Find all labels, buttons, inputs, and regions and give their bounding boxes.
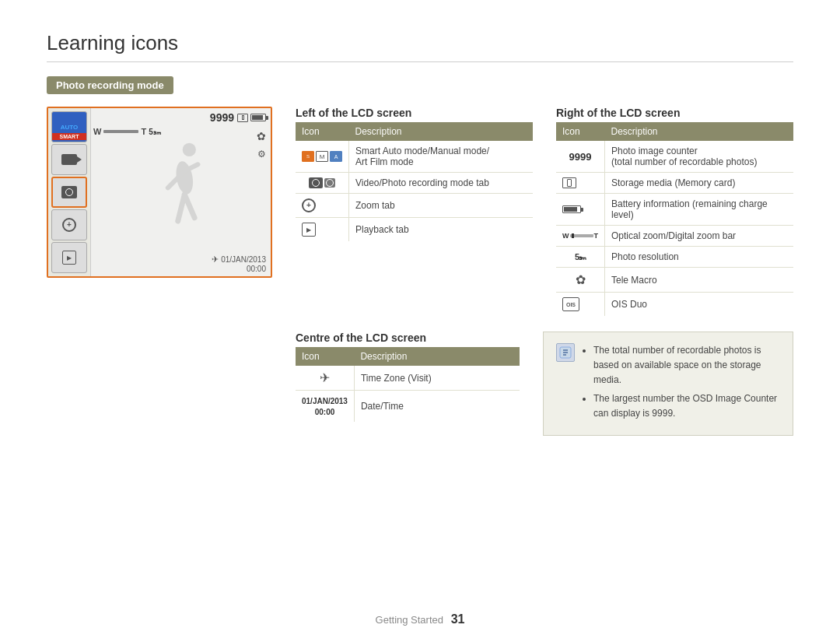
centre-icon-header: Icon (296, 347, 354, 366)
playback-button[interactable] (51, 242, 87, 273)
icon-cell: OIS (556, 293, 605, 317)
icon-cell (296, 194, 349, 218)
table-row: S M A Smart Auto mode/Manual mode/Art Fi… (296, 141, 533, 173)
icon-cell: ✈ (296, 366, 354, 391)
left-icon-header: Icon (296, 122, 349, 141)
zoom-tab-icon (302, 198, 316, 212)
page-number: 31 (451, 612, 465, 626)
bottom-section: Centre of the LCD screen Icon Descriptio… (296, 332, 793, 436)
left-desc-header: Description (349, 122, 534, 141)
modes-icon: S M A (302, 151, 342, 162)
icon-cell: 5₃ₘ (556, 247, 605, 268)
video-button[interactable] (51, 144, 87, 175)
info-icon (556, 343, 575, 362)
camera-screen: AUTO SMART (47, 107, 272, 278)
desc-cell: Time Zone (Visit) (354, 366, 520, 391)
icon-cell: ✿ (556, 268, 605, 293)
video-mode-icon (324, 178, 335, 188)
page-footer: Getting Started 31 (0, 612, 840, 626)
settings-icon: ⚙ (257, 149, 266, 160)
svg-point-0 (182, 143, 195, 156)
right-desc-header: Description (605, 122, 794, 141)
camera-preview: AUTO SMART (47, 107, 272, 436)
table-row: Playback tab (296, 218, 533, 242)
page-title: Learning icons (47, 31, 793, 55)
table-row: OIS OIS Duo (556, 293, 793, 317)
table-row: 9999 Photo image counter(total number of… (556, 141, 793, 173)
tele-macro-icon: ✿ (576, 273, 586, 286)
section-badge: Photo recording mode (47, 76, 173, 94)
timezone-icon: ✈ (320, 371, 330, 384)
desc-cell: Photo resolution (605, 247, 794, 268)
desc-cell: Battery information (remaining charge le… (605, 194, 794, 226)
camera-side-icons: ✿ ⚙ (257, 130, 266, 160)
camera-bottom: ✈ 01/JAN/201300:00 (93, 254, 271, 273)
zoom-icon (62, 218, 76, 232)
svg-line-5 (184, 195, 194, 218)
left-lcd-block: Left of the LCD screen Icon Description (296, 107, 533, 316)
table-row: ✈ Time Zone (Visit) (296, 366, 520, 391)
battery-level-fill (564, 207, 577, 212)
camera-silhouette (91, 124, 271, 245)
desc-cell: Optical zoom/Digital zoom bar (605, 226, 794, 247)
storage-media-icon (562, 177, 576, 188)
right-lcd-block: Right of the LCD screen Icon Description… (556, 107, 793, 316)
table-row: 01/JAN/201300:00 Date/Time (296, 391, 520, 423)
icon-cell: S M A (296, 141, 349, 173)
playback-tab-icon (302, 223, 316, 237)
mode-art: A (330, 151, 342, 162)
desc-cell: OIS Duo (605, 293, 794, 317)
icon-cell (296, 173, 349, 194)
smart-button[interactable]: AUTO SMART (51, 111, 87, 142)
icon-cell (556, 173, 605, 194)
battery-status-icon (250, 114, 266, 121)
info-bullet-1: The total number of recordable photos is… (593, 343, 780, 388)
info-text: The total number of recordable photos is… (583, 343, 780, 424)
person-silhouette (150, 138, 212, 231)
left-lcd-title: Left of the LCD screen (296, 107, 533, 119)
info-svg (559, 346, 572, 359)
right-lcd-table: Icon Description 9999 Photo image counte… (556, 122, 793, 316)
camera-sidebar: AUTO SMART (48, 108, 91, 276)
top-tables-row: Left of the LCD screen Icon Description (296, 107, 793, 316)
icon-cell: 01/JAN/201300:00 (296, 391, 354, 423)
desc-cell: Video/Photo recording mode tab (349, 173, 534, 194)
footer-text: Getting Started (376, 614, 443, 626)
page-container: Learning icons Photo recording mode AUTO… (0, 0, 840, 459)
flower-icon: ✿ (257, 130, 266, 142)
centre-lcd-block: Centre of the LCD screen Icon Descriptio… (296, 332, 520, 436)
zoom-bar-icon: W T (562, 232, 598, 240)
zoom-button[interactable] (51, 209, 87, 240)
desc-cell: Smart Auto mode/Manual mode/Art Film mod… (349, 141, 534, 173)
table-row: Zoom tab (296, 194, 533, 218)
info-bullet-2: The largest number the OSD Image Counter… (593, 391, 780, 421)
left-lcd-table: Icon Description S M A (296, 122, 533, 241)
video-photo-icon (302, 177, 342, 188)
centre-lcd-table: Icon Description ✈ Time Zone (Visit) (296, 347, 520, 422)
battery-fill (252, 115, 263, 120)
desc-cell: Tele Macro (605, 268, 794, 293)
right-icon-header: Icon (556, 122, 605, 141)
play-icon (62, 251, 76, 265)
datetime-icon: 01/JAN/201300:00 (302, 397, 348, 416)
cam-status-icons (237, 114, 266, 122)
table-row: ✿ Tele Macro (556, 268, 793, 293)
photo-button[interactable] (51, 177, 87, 208)
video-icon (61, 154, 77, 165)
mode-manual: M (316, 151, 328, 162)
photo-count: 9999 (210, 111, 234, 124)
centre-lcd-title: Centre of the LCD screen (296, 332, 520, 344)
mode-smart: S (302, 151, 314, 162)
photo-mode-icon (309, 177, 323, 188)
desc-cell: Storage media (Memory card) (605, 173, 794, 194)
desc-cell: Zoom tab (349, 194, 534, 218)
9999-icon: 9999 (569, 151, 592, 163)
camera-datetime: ✈ 01/JAN/201300:00 (212, 254, 266, 273)
photo-res-icon: 5₃ₘ (575, 252, 586, 261)
zoom-track (570, 234, 593, 237)
desc-cell: Playback tab (349, 218, 534, 242)
icon-cell: W T (556, 226, 605, 247)
storage-fill (242, 115, 244, 120)
camera-icon (61, 186, 77, 198)
info-box: The total number of recordable photos is… (543, 332, 793, 436)
